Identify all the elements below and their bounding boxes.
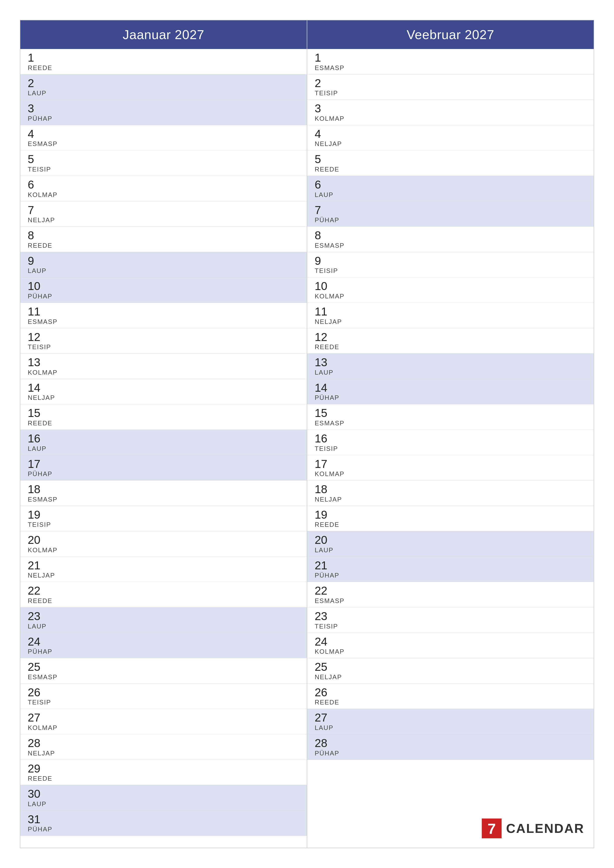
day-name: NELJAP — [28, 216, 299, 224]
day-name: KOLMAP — [315, 470, 586, 478]
day-number: 12 — [28, 331, 299, 343]
day-name: ESMASP — [28, 496, 299, 503]
logo-text: CALENDAR — [506, 821, 584, 836]
day-number: 4 — [315, 128, 586, 140]
day-number: 2 — [28, 77, 299, 90]
day-row: 20LAUP — [307, 531, 594, 557]
day-row: 28NELJAP — [20, 735, 307, 760]
day-number: 30 — [28, 787, 299, 800]
day-row: 21PÜHAP — [307, 557, 594, 582]
day-number: 1 — [28, 51, 299, 64]
day-name: TEISIP — [315, 445, 586, 453]
month-col-1: Jaanuar 20271REEDE2LAUP3PÜHAP4ESMASP5TEI… — [20, 20, 307, 848]
day-number: 4 — [28, 128, 299, 140]
day-row: 24KOLMAP — [307, 633, 594, 659]
day-name: LAUP — [315, 369, 586, 377]
day-name: TEISIP — [28, 166, 299, 173]
day-row: 12TEISIP — [20, 329, 307, 354]
day-name: REEDE — [28, 597, 299, 605]
day-row: 6LAUP — [307, 176, 594, 202]
day-number: 18 — [28, 483, 299, 496]
day-number: 9 — [28, 254, 299, 267]
day-number: 9 — [315, 254, 586, 267]
page: Jaanuar 20271REEDE2LAUP3PÜHAP4ESMASP5TEI… — [0, 0, 614, 868]
day-row: 15ESMASP — [307, 404, 594, 430]
day-name: PÜHAP — [28, 115, 299, 122]
day-row: 5REEDE — [307, 150, 594, 176]
day-name: PÜHAP — [315, 394, 586, 401]
day-name: LAUP — [28, 800, 299, 808]
day-row: 30LAUP — [20, 785, 307, 811]
day-name: REEDE — [28, 775, 299, 783]
day-row: 19TEISIP — [20, 506, 307, 532]
day-row: 3PÜHAP — [20, 100, 307, 125]
day-row: 27KOLMAP — [20, 709, 307, 735]
day-name: REEDE — [28, 64, 299, 72]
day-number: 13 — [315, 356, 586, 369]
day-row: 25ESMASP — [20, 658, 307, 684]
day-number: 3 — [28, 102, 299, 115]
day-name: REEDE — [28, 242, 299, 250]
day-row: 20KOLMAP — [20, 531, 307, 557]
day-name: TEISIP — [315, 89, 586, 97]
day-row: 3KOLMAP — [307, 100, 594, 125]
day-number: 31 — [28, 813, 299, 826]
day-row: 21NELJAP — [20, 557, 307, 582]
day-number: 19 — [28, 508, 299, 521]
day-number: 3 — [315, 102, 586, 115]
day-row: 9LAUP — [20, 252, 307, 277]
day-row: 31PÜHAP — [20, 811, 307, 836]
day-row: 26REEDE — [307, 684, 594, 709]
day-name: KOLMAP — [315, 293, 586, 300]
day-row: 2LAUP — [20, 74, 307, 100]
day-number: 22 — [315, 584, 586, 597]
day-number: 14 — [315, 381, 586, 394]
day-name: TEISIP — [28, 343, 299, 351]
day-name: PÜHAP — [28, 825, 299, 833]
day-number: 21 — [315, 559, 586, 572]
svg-text:7: 7 — [488, 820, 496, 837]
day-number: 16 — [28, 432, 299, 445]
day-row: 15REEDE — [20, 404, 307, 430]
day-name: ESMASP — [315, 64, 586, 72]
day-number: 12 — [315, 331, 586, 343]
day-number: 28 — [28, 737, 299, 749]
day-name: KOLMAP — [28, 546, 299, 554]
day-number: 8 — [315, 229, 586, 242]
day-number: 28 — [315, 737, 586, 749]
day-name: ESMASP — [28, 673, 299, 681]
day-row: 11NELJAP — [307, 303, 594, 329]
day-row: 2TEISIP — [307, 74, 594, 100]
day-name: REEDE — [315, 343, 586, 351]
day-name: PÜHAP — [28, 470, 299, 478]
logo-icon: 7 — [482, 818, 502, 838]
day-name: LAUP — [28, 89, 299, 97]
day-name: PÜHAP — [315, 749, 586, 757]
day-name: TEISIP — [315, 267, 586, 274]
day-row: 13LAUP — [307, 353, 594, 379]
day-number: 14 — [28, 381, 299, 394]
day-number: 18 — [315, 483, 586, 496]
day-row: 19REEDE — [307, 506, 594, 532]
month-col-2: Veebruar 20271ESMASP2TEISIP3KOLMAP4NELJA… — [307, 20, 594, 848]
day-number: 2 — [315, 77, 586, 90]
day-name: LAUP — [315, 546, 586, 554]
day-row: 18ESMASP — [20, 480, 307, 506]
day-row: 9TEISIP — [307, 252, 594, 277]
day-number: 8 — [28, 229, 299, 242]
day-row: 26TEISIP — [20, 684, 307, 709]
day-row: 14NELJAP — [20, 379, 307, 405]
calendar-container: Jaanuar 20271REEDE2LAUP3PÜHAP4ESMASP5TEI… — [20, 20, 594, 848]
day-name: ESMASP — [28, 140, 299, 148]
day-number: 22 — [28, 584, 299, 597]
days-list-2: 1ESMASP2TEISIP3KOLMAP4NELJAP5REEDE6LAUP7… — [307, 49, 594, 848]
day-row: 16TEISIP — [307, 430, 594, 455]
day-number: 1 — [315, 51, 586, 64]
day-row: 4NELJAP — [307, 125, 594, 151]
day-name: KOLMAP — [28, 369, 299, 377]
day-number: 5 — [28, 153, 299, 166]
day-row: 25NELJAP — [307, 658, 594, 684]
day-row: 7PÜHAP — [307, 202, 594, 227]
day-row: 8REEDE — [20, 227, 307, 252]
day-number: 27 — [28, 711, 299, 724]
